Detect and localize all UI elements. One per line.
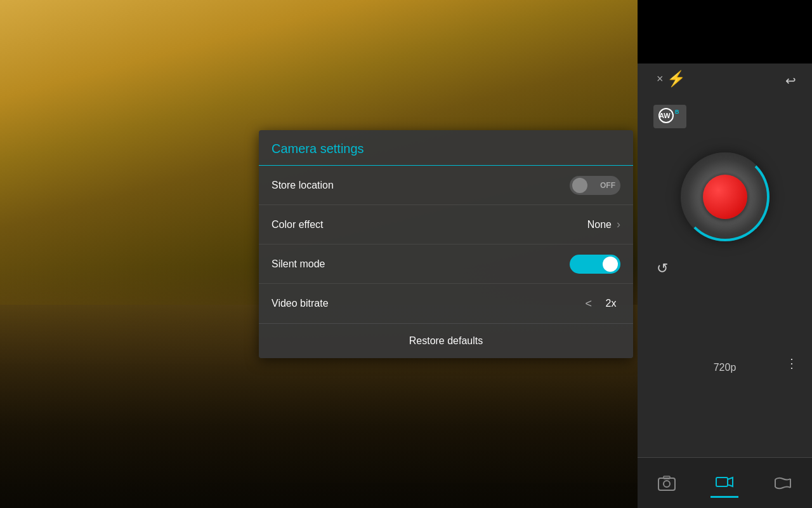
video-bitrate-row: Video bitrate < 2x xyxy=(259,284,633,323)
silent-mode-row: Silent mode ON xyxy=(259,244,633,284)
photo-mode-button[interactable] xyxy=(653,469,681,497)
timer-icon[interactable]: ↺ xyxy=(657,260,668,277)
silent-mode-label: Silent mode xyxy=(272,258,325,270)
color-effect-label: Color effect xyxy=(272,219,324,231)
bitrate-control: < 2x xyxy=(585,297,620,311)
color-effect-arrow[interactable]: › xyxy=(617,218,620,231)
color-effect-value: None xyxy=(587,219,612,231)
svg-text:AW: AW xyxy=(659,112,671,119)
silent-mode-control[interactable]: ON xyxy=(570,255,620,274)
store-location-toggle[interactable]: OFF xyxy=(570,176,620,195)
restore-defaults-button[interactable]: Restore defaults xyxy=(259,323,633,358)
svg-rect-6 xyxy=(716,478,728,486)
more-options-button[interactable]: ⋮ xyxy=(785,356,799,371)
flash-off-x-icon: × xyxy=(657,72,664,86)
awb-label: AW B xyxy=(657,116,683,126)
right-panel: × ⚡ ↩ AW B ↺ 720p ⋮ xyxy=(638,0,812,508)
panorama-mode-button[interactable] xyxy=(769,469,797,497)
flash-bolt-icon: ⚡ xyxy=(667,70,686,88)
bitrate-value: 2x xyxy=(601,298,620,309)
settings-title: Camera settings xyxy=(259,130,633,166)
resolution-label: 720p xyxy=(714,362,737,373)
svg-marker-7 xyxy=(728,478,733,486)
flash-control[interactable]: × ⚡ xyxy=(657,70,686,88)
top-preview-box xyxy=(638,0,812,64)
camera-settings-panel: Camera settings Store location OFF Color… xyxy=(259,130,633,358)
color-effect-control[interactable]: None › xyxy=(587,218,620,231)
camera-controls-area: × ⚡ ↩ AW B ↺ 720p ⋮ xyxy=(638,64,812,508)
bitrate-decrease-button[interactable]: < xyxy=(585,297,592,311)
video-mode-button[interactable] xyxy=(710,468,738,498)
awb-button[interactable]: AW B xyxy=(653,105,686,128)
store-location-control[interactable]: OFF xyxy=(570,176,620,195)
color-effect-row: Color effect None › xyxy=(259,205,633,244)
video-bitrate-label: Video bitrate xyxy=(272,298,329,309)
record-ring-arc xyxy=(681,152,769,241)
silent-mode-toggle[interactable]: ON xyxy=(570,255,620,274)
svg-rect-3 xyxy=(658,478,675,490)
svg-text:B: B xyxy=(675,109,679,115)
store-location-row: Store location OFF xyxy=(259,166,633,205)
store-location-label: Store location xyxy=(272,180,334,191)
mode-selector-bar xyxy=(638,457,812,508)
return-arrow-icon[interactable]: ↩ xyxy=(785,73,796,88)
svg-point-4 xyxy=(664,481,670,487)
